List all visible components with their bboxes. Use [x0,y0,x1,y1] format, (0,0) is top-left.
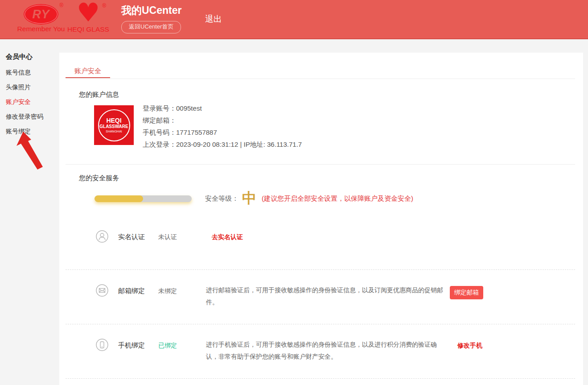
tab-divider [66,79,575,79]
dashed-divider [66,378,575,379]
avatar-line2: GLASSWARE [99,124,128,129]
last-login-value: 2023-09-20 08:31:12 | IP地址: 36.113.71.7 [176,141,302,148]
bound-email-label: 绑定邮箱： [143,116,176,124]
bind-email-button[interactable]: 绑定邮箱 [450,286,483,299]
email-binding-row: 邮箱绑定 未绑定 进行邮箱验证后，可用于接收敏感操作的身份验证信息，以及订阅更优… [96,284,575,308]
login-account-label: 登录账号： [143,104,176,112]
dashed-divider [66,324,575,324]
account-security-panel: 账户安全 您的账户信息 HEQI GLASSWARE SHANGHAI 登录账号… [59,53,583,385]
security-level-label: 安全等级： [205,195,238,203]
account-info-list: 登录账号：0095test 绑定邮箱： 手机号码：17717557887 上次登… [143,105,302,153]
change-phone-link[interactable]: 修改手机 [457,342,482,350]
top-header: RY ® Remember You ♥ ® HEQI GLASS 我的UCent… [0,0,588,39]
sidebar-item-account-info[interactable]: 账号信息 [6,69,59,76]
user-icon [96,230,108,243]
avatar-line3: SHANGHAI [106,129,122,133]
account-info-heading: 您的账户信息 [79,91,119,99]
sidebar-nav: 会员中心 账号信息 头像照片 账户安全 修改登录密码 账号绑定 [0,39,59,385]
service-status: 已绑定 [158,342,206,350]
phone-number-value: 17717557887 [176,128,217,136]
avatar: HEQI GLASSWARE SHANGHAI [94,105,134,145]
phone-number-label: 手机号码： [143,128,176,136]
remember-you-logo: RY ® Remember You [16,4,66,33]
service-name: 邮箱绑定 [118,287,158,295]
section-divider [66,164,575,165]
avatar-line1: HEQI [106,117,121,124]
remember-you-caption: Remember You [16,25,66,33]
security-progress-bar [95,195,192,202]
security-level-tip: (建议您开启全部安全设置，以保障账户及资金安全) [262,195,413,203]
ry-logo-icon: RY [24,4,58,25]
service-name: 手机绑定 [118,341,158,350]
security-progress-fill [95,195,143,202]
service-description: 进行手机验证后，可用于接收敏感操作的身份验证信息，以及进行积分消费的验证确认，非… [206,339,447,363]
security-level-value: 中 [242,189,256,208]
realname-verification-row: 实名认证 未认证 去实名认证 [96,230,575,243]
heqi-glass-caption: HEQI GLASS [65,25,111,33]
dashed-divider [66,269,575,270]
phone-binding-row: 手机绑定 已绑定 进行手机验证后，可用于接收敏感操作的身份验证信息，以及进行积分… [96,339,575,363]
service-description: 进行邮箱验证后，可用于接收敏感操作的身份验证信息，以及订阅更优惠商品的促销邮件。 [206,284,447,308]
service-status: 未绑定 [158,287,206,295]
page-title: 我的UCenter [121,4,181,17]
tab-account-security[interactable]: 账户安全 [66,67,110,78]
heqi-avatar-badge: HEQI GLASSWARE SHANGHAI [98,109,130,141]
red-arrow-annotation-icon [16,130,47,171]
last-login-line: 上次登录：2023-09-20 08:31:12 | IP地址: 36.113.… [143,141,302,148]
security-level-row: 安全等级： 中 (建议您开启全部安全设置，以保障账户及资金安全) [95,189,413,208]
sidebar-item-change-password[interactable]: 修改登录密码 [6,113,59,120]
last-login-label: 上次登录： [143,141,176,148]
service-name: 实名认证 [118,233,158,241]
phone-icon [96,339,108,351]
back-to-ucenter-home-button[interactable]: 返回UCenter首页 [121,21,181,33]
sidebar-item-avatar-photo[interactable]: 头像照片 [6,83,59,91]
logout-link[interactable]: 退出 [205,13,222,25]
go-realname-verify-link[interactable]: 去实名认证 [212,233,243,241]
login-account-line: 登录账号：0095test [143,105,302,112]
security-services-heading: 您的安全服务 [79,174,119,182]
registered-mark: ® [102,3,106,9]
sidebar-heading: 会员中心 [6,53,59,61]
login-account-value: 0095test [176,104,202,112]
ry-monogram: RY [32,8,49,21]
bound-email-line: 绑定邮箱： [143,117,302,124]
sidebar-item-account-security[interactable]: 账户安全 [6,98,59,105]
heqi-glass-logo: ♥ ® HEQI GLASS [65,0,111,33]
mail-icon [96,284,108,297]
service-status: 未认证 [158,233,206,241]
registered-mark: ® [59,2,63,8]
phone-number-line: 手机号码：17717557887 [143,129,302,136]
